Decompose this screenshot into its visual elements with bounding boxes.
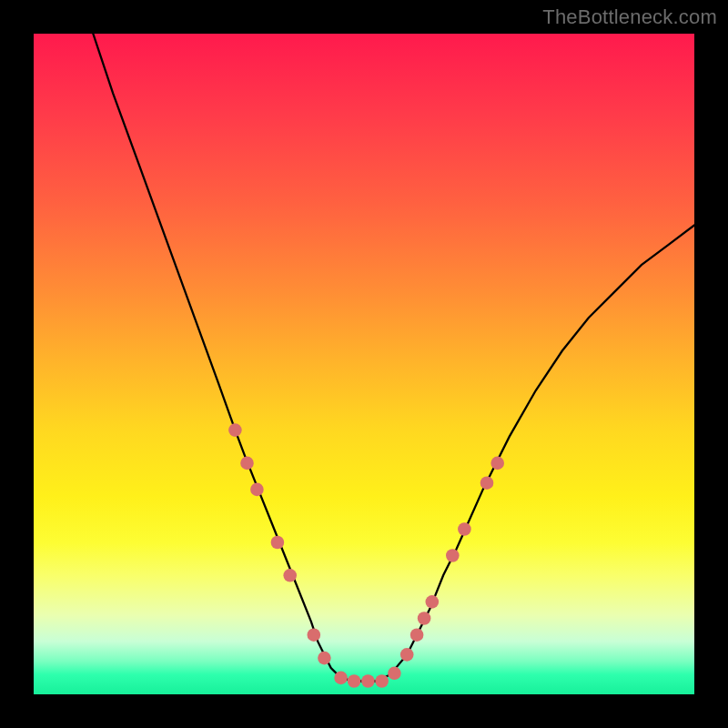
marker-group [228, 423, 504, 687]
curve-marker [250, 483, 264, 497]
curve-marker [490, 457, 504, 470]
curve-marker [375, 674, 389, 688]
curve-marker [334, 672, 348, 685]
curve-marker [271, 536, 285, 550]
curve-marker [318, 652, 331, 665]
curve-marker [240, 457, 254, 470]
chart-frame: TheBottleneck.com [0, 0, 728, 728]
curve-marker [228, 423, 242, 437]
curve-marker [308, 628, 321, 642]
curve-path [93, 34, 694, 682]
curve-marker [480, 476, 494, 490]
curve-marker [348, 674, 361, 688]
chart-svg [34, 34, 694, 694]
curve-marker [418, 612, 431, 625]
curve-marker [388, 667, 401, 681]
curve-marker [446, 549, 460, 562]
curve-marker [283, 569, 297, 582]
curve-marker [458, 522, 471, 536]
curve-marker [400, 648, 414, 662]
curve-marker [426, 595, 440, 609]
watermark-text: TheBottleneck.com [542, 5, 717, 29]
curve-marker [361, 674, 375, 688]
plot-area [34, 34, 694, 694]
curve-marker [410, 628, 424, 642]
